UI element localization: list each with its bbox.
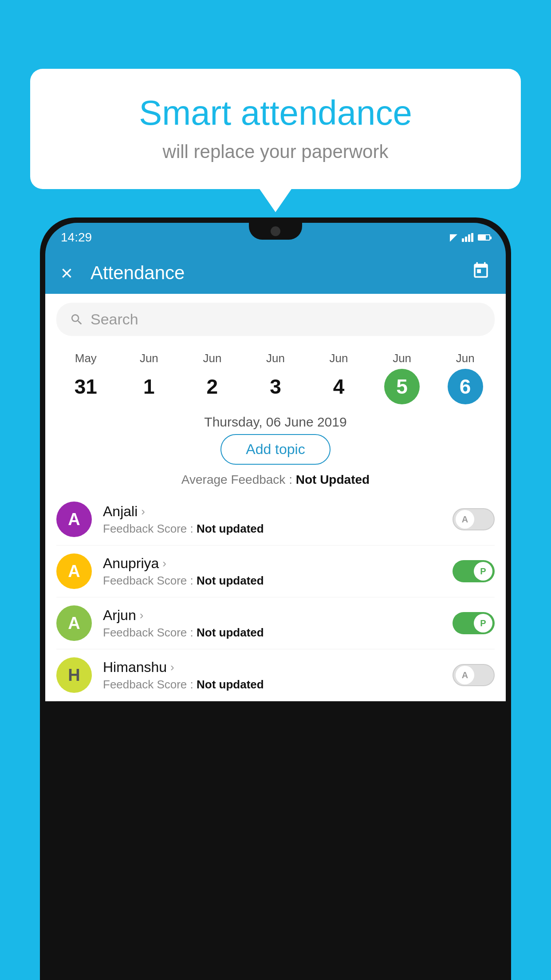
student-name-himanshu: Himanshu › — [103, 659, 453, 676]
student-list: A Anjali › Feedback Score : Not updated … — [45, 494, 506, 701]
search-bar[interactable]: Search — [56, 303, 495, 336]
day-1: 1 — [131, 369, 167, 404]
toggle-switch-arjun[interactable]: P — [453, 612, 495, 634]
calendar-day-may31[interactable]: May 31 — [57, 352, 114, 404]
speech-bubble: Smart attendance will replace your paper… — [30, 69, 521, 189]
feedback-himanshu: Feedback Score : Not updated — [103, 678, 453, 692]
avatar-anupriya: A — [56, 553, 92, 589]
signal-icon — [462, 233, 473, 242]
month-may: May — [57, 352, 114, 365]
signal-bar-3 — [468, 234, 470, 242]
calendar-day-jun1[interactable]: Jun 1 — [120, 352, 178, 404]
student-info-arjun: Arjun › Feedback Score : Not updated — [103, 607, 453, 640]
month-jun6: Jun — [437, 352, 494, 365]
status-bar: 14:29 ◤ — [45, 223, 506, 252]
speech-bubble-title: Smart attendance — [57, 93, 494, 133]
battery-fill — [479, 235, 486, 240]
student-name-arjun: Arjun › — [103, 607, 453, 624]
camera — [271, 226, 280, 236]
calendar-day-jun6[interactable]: Jun 6 — [437, 352, 494, 404]
phone-frame: 14:29 ◤ × Attendance — [40, 217, 511, 980]
avg-feedback-value: Not Updated — [296, 473, 370, 486]
calendar-icon[interactable] — [472, 261, 490, 284]
student-name-anupriya: Anupriya › — [103, 555, 453, 572]
day-2: 2 — [194, 369, 230, 404]
day-6-today: 6 — [448, 369, 483, 404]
chevron-himanshu: › — [170, 660, 174, 674]
status-time: 14:29 — [61, 230, 92, 245]
chevron-anjali: › — [141, 505, 145, 518]
toggle-knob-anupriya: P — [474, 562, 492, 581]
chevron-anupriya: › — [162, 557, 166, 570]
student-item-himanshu[interactable]: H Himanshu › Feedback Score : Not update… — [56, 649, 495, 701]
add-topic-button[interactable]: Add topic — [220, 434, 330, 465]
toggle-switch-anjali[interactable]: A — [453, 508, 495, 530]
student-name-anjali: Anjali › — [103, 503, 453, 520]
day-5-selected: 5 — [384, 369, 420, 404]
day-31: 31 — [68, 369, 103, 404]
signal-bar-4 — [471, 233, 473, 242]
student-info-anupriya: Anupriya › Feedback Score : Not updated — [103, 555, 453, 588]
feedback-anupriya: Feedback Score : Not updated — [103, 574, 453, 588]
student-info-himanshu: Himanshu › Feedback Score : Not updated — [103, 659, 453, 692]
avatar-anjali: A — [56, 502, 92, 537]
calendar-day-jun5[interactable]: Jun 5 — [373, 352, 431, 404]
toggle-knob-arjun: P — [474, 614, 492, 632]
chevron-arjun: › — [140, 609, 144, 622]
month-jun5: Jun — [373, 352, 431, 365]
toggle-switch-himanshu[interactable]: A — [453, 664, 495, 686]
feedback-arjun: Feedback Score : Not updated — [103, 626, 453, 640]
toggle-anupriya[interactable]: P — [453, 560, 495, 582]
avatar-arjun: A — [56, 605, 92, 641]
calendar-day-jun3[interactable]: Jun 3 — [247, 352, 304, 404]
calendar-row: May 31 Jun 1 Jun 2 Jun 3 Jun 4 — [45, 345, 506, 407]
close-button[interactable]: × — [61, 261, 73, 285]
toggle-knob-anjali: A — [456, 510, 474, 529]
day-3: 3 — [258, 369, 293, 404]
calendar-day-jun4[interactable]: Jun 4 — [310, 352, 368, 404]
toggle-himanshu[interactable]: A — [453, 664, 495, 686]
app-content: Search May 31 Jun 1 Jun 2 Jun 3 — [45, 294, 506, 701]
wifi-icon: ◤ — [450, 232, 457, 243]
search-icon — [70, 312, 84, 327]
toggle-switch-anupriya[interactable]: P — [453, 560, 495, 582]
signal-bar-2 — [465, 237, 467, 242]
battery-icon — [478, 234, 490, 241]
student-item-anjali[interactable]: A Anjali › Feedback Score : Not updated … — [56, 494, 495, 545]
avg-feedback-label: Average Feedback : — [181, 473, 292, 486]
student-info-anjali: Anjali › Feedback Score : Not updated — [103, 503, 453, 536]
speech-bubble-container: Smart attendance will replace your paper… — [30, 69, 521, 189]
speech-bubble-subtitle: will replace your paperwork — [57, 141, 494, 162]
notch — [249, 223, 302, 240]
toggle-arjun[interactable]: P — [453, 612, 495, 634]
month-jun4: Jun — [310, 352, 368, 365]
month-jun3: Jun — [247, 352, 304, 365]
phone-inner: 14:29 ◤ × Attendance — [45, 223, 506, 975]
toggle-knob-himanshu: A — [456, 666, 474, 684]
search-placeholder: Search — [91, 311, 138, 328]
feedback-anjali: Feedback Score : Not updated — [103, 522, 453, 536]
app-bar: × Attendance — [45, 252, 506, 294]
student-item-anupriya[interactable]: A Anupriya › Feedback Score : Not update… — [56, 545, 495, 597]
avatar-himanshu: H — [56, 657, 92, 693]
app-bar-title: Attendance — [91, 262, 472, 284]
month-jun2: Jun — [183, 352, 241, 365]
day-4: 4 — [321, 369, 357, 404]
student-item-arjun[interactable]: A Arjun › Feedback Score : Not updated P — [56, 597, 495, 649]
calendar-day-jun2[interactable]: Jun 2 — [183, 352, 241, 404]
date-header: Thursday, 06 June 2019 — [45, 415, 506, 430]
toggle-anjali[interactable]: A — [453, 508, 495, 530]
month-jun1: Jun — [120, 352, 178, 365]
status-icons: ◤ — [450, 232, 490, 243]
signal-bar-1 — [462, 238, 464, 242]
avg-feedback: Average Feedback : Not Updated — [45, 473, 506, 487]
